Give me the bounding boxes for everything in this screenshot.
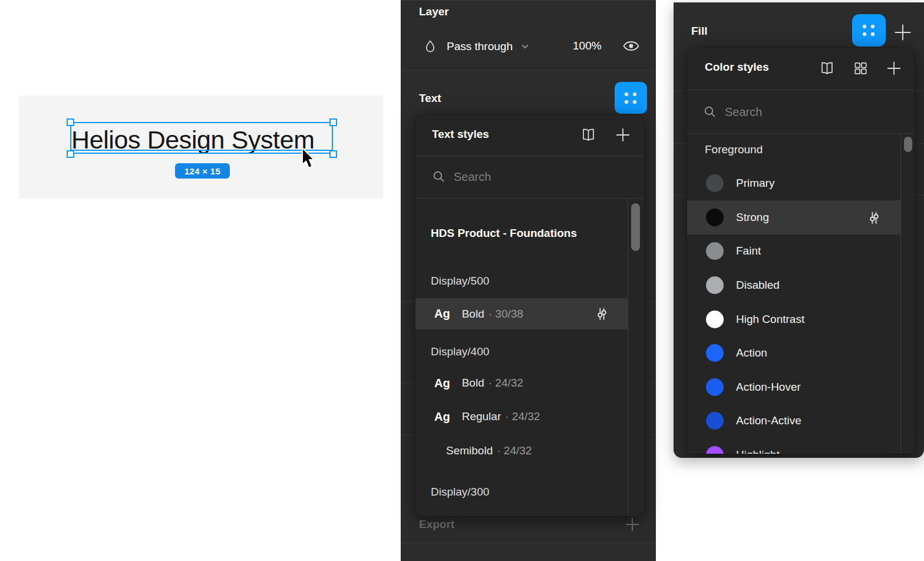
color-styles-search[interactable] [703, 99, 866, 125]
style-sample: Ag [434, 307, 450, 321]
style-size: · 24/32 [505, 410, 540, 423]
color-styles-title: Color styles [705, 61, 769, 74]
color-style-name: Disabled [736, 279, 780, 292]
selection-handle-top-left[interactable] [67, 118, 74, 126]
styles-dots-icon [863, 25, 875, 36]
popover-divider [415, 156, 644, 156]
selection-text-bounds [71, 150, 332, 151]
text-styles-title: Text styles [432, 128, 489, 141]
style-sample: Ag [434, 377, 450, 390]
style-group-label: Display/300 [431, 484, 489, 500]
color-style-row-selected[interactable]: Strong [687, 200, 900, 235]
color-styles-toggle-button[interactable] [852, 14, 886, 47]
search-icon [432, 170, 446, 184]
layer-opacity-value[interactable]: 100% [573, 39, 602, 52]
color-style-row[interactable]: Action-Hover [687, 370, 900, 404]
text-section-title: Text [419, 92, 441, 105]
text-styles-popover: Text styles HDS Product - Foundations Di… [415, 115, 644, 516]
popover-divider [687, 90, 915, 90]
style-size: · 24/32 [497, 444, 532, 457]
text-styles-search[interactable] [432, 164, 595, 190]
style-name: Semibold [446, 444, 493, 457]
export-add-icon[interactable] [623, 516, 641, 533]
selection-handle-bottom-left[interactable] [67, 150, 74, 158]
fill-panel: Fill Color styles [674, 2, 924, 458]
style-group-label: Display/500 [431, 273, 489, 289]
color-swatch [706, 276, 724, 294]
color-swatch [706, 412, 724, 430]
add-style-icon[interactable] [886, 60, 902, 77]
color-style-name: Primary [736, 177, 774, 190]
color-styles-popover: Color styles [687, 48, 915, 454]
grid-view-icon[interactable] [853, 61, 869, 76]
color-style-row[interactable]: Primary [687, 166, 900, 200]
blend-mode-icon [423, 39, 437, 54]
color-style-name: Action [736, 346, 767, 359]
color-style-name: High Contrast [736, 313, 804, 326]
blend-mode-row[interactable]: Pass through [423, 38, 530, 55]
scrollbar-track [900, 133, 901, 454]
color-style-name: Strong [736, 211, 769, 224]
scrollbar-thumb[interactable] [631, 203, 640, 251]
fill-section-title: Fill [691, 25, 707, 38]
selection-handle-top-right[interactable] [329, 118, 337, 126]
style-size: · 24/32 [489, 377, 523, 390]
search-input[interactable] [725, 105, 866, 119]
color-style-row[interactable]: High Contrast [687, 302, 900, 336]
text-style-row[interactable]: Ag Regular · 24/32 [415, 403, 628, 430]
text-style-row[interactable]: Ag Bold · 24/32 [415, 369, 628, 397]
chevron-down-icon [520, 41, 530, 52]
export-section-title: Export [419, 518, 454, 531]
style-size: · 30/38 [489, 308, 523, 321]
section-divider [401, 543, 656, 543]
scrollbar-thumb[interactable] [904, 137, 912, 152]
scrollbar-track [628, 198, 628, 516]
color-group-label: Foreground [705, 142, 763, 157]
popover-divider [687, 133, 915, 134]
selection-box [70, 122, 333, 154]
figma-screenshot: Helios Design System 124 × 15 Layer Pass… [0, 0, 924, 561]
color-swatch [706, 174, 724, 192]
library-book-icon[interactable] [819, 61, 835, 76]
color-style-name: Action-Active [736, 414, 801, 427]
styles-dots-icon [625, 93, 637, 104]
popover-divider [415, 198, 644, 199]
color-style-row[interactable]: Action [687, 336, 900, 370]
color-swatch [706, 446, 724, 454]
style-name: Bold [462, 308, 484, 321]
color-swatch [706, 378, 724, 396]
color-style-row[interactable]: Disabled [687, 268, 900, 302]
add-fill-icon[interactable] [893, 22, 913, 42]
color-swatch [706, 209, 724, 226]
color-style-row[interactable]: Highlight [687, 438, 900, 454]
adjust-sliders-icon[interactable] [867, 210, 882, 225]
style-sample: Ag [434, 410, 450, 424]
adjust-sliders-icon[interactable] [595, 306, 609, 321]
color-swatch [706, 242, 724, 260]
text-style-row[interactable]: Semibold · 24/32 [415, 437, 628, 464]
library-name: HDS Product - Foundations [431, 226, 577, 241]
color-swatch [706, 344, 724, 362]
color-style-name: Action-Hover [736, 381, 801, 394]
visibility-eye-icon[interactable] [622, 39, 640, 53]
selection-handle-bottom-right[interactable] [329, 150, 337, 158]
library-book-icon[interactable] [580, 127, 596, 143]
color-style-row[interactable]: Faint [687, 234, 900, 268]
section-divider [401, 70, 656, 71]
color-style-row[interactable]: Action-Active [687, 404, 900, 438]
color-style-name: Faint [736, 245, 761, 258]
mouse-cursor [301, 147, 316, 170]
size-badge: 124 × 15 [175, 163, 230, 179]
color-style-name: Highlight [736, 448, 780, 454]
add-style-icon[interactable] [615, 127, 631, 143]
style-name: Regular [462, 410, 501, 423]
search-icon [703, 105, 717, 119]
style-group-label: Display/400 [431, 344, 489, 359]
layer-section-title: Layer [419, 5, 449, 18]
style-name: Bold [462, 377, 484, 390]
blend-mode-value[interactable]: Pass through [447, 40, 513, 53]
text-styles-toggle-button[interactable] [615, 82, 647, 114]
color-swatch [706, 311, 724, 328]
text-style-row[interactable]: Ag Bold · 30/38 [415, 298, 628, 329]
search-input[interactable] [454, 170, 595, 184]
